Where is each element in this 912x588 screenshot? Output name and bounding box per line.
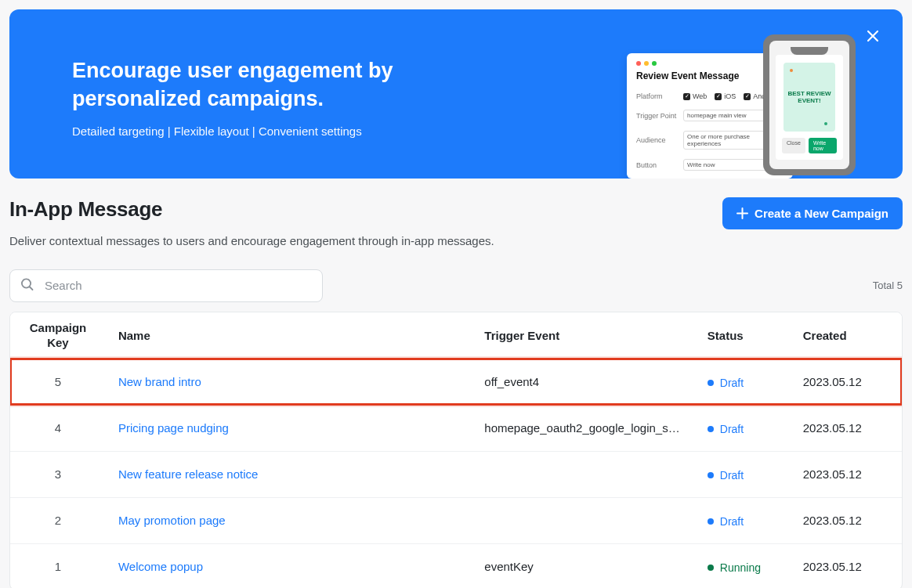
plus-icon [736, 207, 748, 219]
cell-name: New brand intro [106, 359, 472, 405]
cell-trigger [472, 451, 695, 497]
col-header-status[interactable]: Status [695, 312, 791, 359]
status-text: Draft [720, 377, 744, 389]
cell-status: Draft [695, 405, 791, 451]
col-header-trigger[interactable]: Trigger Event [472, 312, 695, 359]
cell-created: 2023.05.12 [791, 359, 902, 405]
search-wrapper [9, 269, 323, 302]
phone-badge: BEST REVIEW EVENT! [784, 63, 835, 132]
cell-campaign-key: 4 [10, 405, 106, 451]
illus-trigger-label: Trigger Point [636, 112, 683, 120]
status-dot-icon [708, 380, 714, 386]
status-badge: Draft [708, 515, 744, 528]
illustration-title: Review Event Message [636, 70, 784, 81]
page-description: Deliver contextual messages to users and… [9, 234, 903, 247]
status-dot-icon [708, 426, 714, 432]
banner-subtitle: Detailed targeting | Flexible layout | C… [72, 124, 511, 138]
cell-name: New feature release notice [106, 451, 472, 497]
status-dot-icon [708, 518, 714, 525]
status-dot-icon [708, 565, 714, 571]
phone-close-btn: Close [782, 138, 805, 153]
banner-title: Encourage user engagement by personalize… [72, 56, 511, 114]
illus-audience-label: Audience [636, 136, 683, 144]
cell-status: Draft [695, 359, 791, 405]
cell-name: Welcome popup [106, 543, 472, 588]
cell-status: Running [695, 543, 791, 588]
illus-platform-label: Platform [636, 92, 683, 100]
promo-banner: Encourage user engagement by personalize… [9, 9, 903, 179]
close-icon [865, 28, 881, 44]
total-count: Total 5 [873, 280, 903, 291]
status-badge: Running [708, 561, 761, 574]
banner-illustration-phone: BEST REVIEW EVENT! Close Write now [763, 34, 856, 175]
cell-trigger: eventKey [472, 543, 695, 588]
status-text: Draft [720, 515, 744, 528]
status-text: Running [720, 561, 761, 574]
cell-trigger: homepage_oauth2_google_login_succe [472, 405, 695, 451]
cell-created: 2023.05.12 [791, 405, 902, 451]
table-row[interactable]: 3New feature release noticeDraft2023.05.… [10, 451, 902, 497]
status-badge: Draft [708, 377, 744, 389]
campaign-link[interactable]: New brand intro [118, 375, 201, 388]
banner-text: Encourage user engagement by personalize… [72, 56, 511, 138]
status-text: Draft [720, 469, 744, 482]
status-badge: Draft [708, 469, 744, 482]
illus-button-label: Button [636, 161, 683, 169]
cell-name: May promotion page [106, 497, 472, 543]
search-input[interactable] [9, 269, 323, 302]
campaign-link[interactable]: Welcome popup [118, 560, 203, 573]
window-dots-icon [636, 61, 784, 66]
status-text: Draft [720, 423, 744, 435]
cell-created: 2023.05.12 [791, 543, 902, 588]
illus-check-ios: iOS [715, 92, 736, 100]
phone-primary-btn: Write now [809, 138, 837, 153]
col-header-name[interactable]: Name [106, 312, 472, 359]
cell-campaign-key: 1 [10, 543, 106, 588]
cell-campaign-key: 5 [10, 359, 106, 405]
cell-trigger: off_event4 [472, 359, 695, 405]
cell-campaign-key: 2 [10, 497, 106, 543]
status-badge: Draft [708, 423, 744, 435]
col-header-created[interactable]: Created [791, 312, 902, 359]
create-campaign-label: Create a New Campaign [755, 207, 888, 220]
col-header-key[interactable]: CampaignKey [10, 312, 106, 359]
cell-created: 2023.05.12 [791, 497, 902, 543]
cell-name: Pricing page nudging [106, 405, 472, 451]
cell-status: Draft [695, 497, 791, 543]
illus-check-web: Web [683, 92, 707, 100]
campaign-link[interactable]: New feature release notice [118, 467, 258, 481]
banner-close-button[interactable] [865, 28, 881, 44]
table-row[interactable]: 5New brand introoff_event4Draft2023.05.1… [10, 359, 902, 405]
cell-status: Draft [695, 451, 791, 497]
campaign-link[interactable]: Pricing page nudging [118, 421, 229, 435]
table-row[interactable]: 4Pricing page nudginghomepage_oauth2_goo… [10, 405, 902, 451]
create-campaign-button[interactable]: Create a New Campaign [722, 197, 903, 229]
status-dot-icon [708, 472, 714, 478]
campaign-link[interactable]: May promotion page [118, 514, 226, 527]
campaigns-table: CampaignKey Name Trigger Event Status Cr… [9, 312, 903, 588]
cell-created: 2023.05.12 [791, 451, 902, 497]
cell-trigger [472, 497, 695, 543]
cell-campaign-key: 3 [10, 451, 106, 497]
table-row[interactable]: 1Welcome popupeventKeyRunning2023.05.12 [10, 543, 902, 588]
table-row[interactable]: 2May promotion pageDraft2023.05.12 [10, 497, 902, 543]
page-title: In-App Message [9, 197, 162, 222]
search-icon [20, 277, 34, 294]
